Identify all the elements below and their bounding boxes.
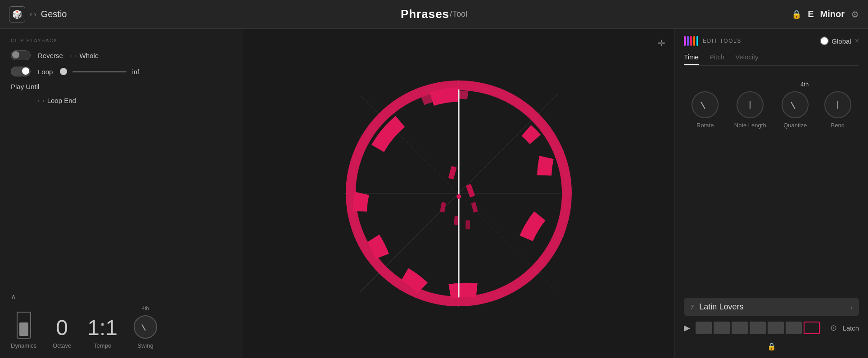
loop-end-stepper[interactable]: ‹ › Loop End [38, 97, 76, 104]
bend-knob-item: Bend [824, 88, 851, 129]
dynamics-visual[interactable] [17, 312, 31, 339]
rotate-indicator [701, 102, 705, 109]
slider-knob[interactable] [60, 68, 67, 75]
loop-slider[interactable]: inf [60, 68, 139, 76]
reverse-toggle[interactable] [11, 50, 31, 60]
tempo-label: Tempo [94, 342, 111, 349]
rotate-knob[interactable] [692, 91, 719, 118]
whole-stepper[interactable]: ‹ › Whole [70, 52, 99, 59]
preset-arrow-icon: › [850, 304, 853, 311]
loop-toggle[interactable] [11, 67, 31, 76]
note-length-label: Note Length [734, 122, 766, 129]
colorbar-icon [684, 36, 698, 46]
global-label: Global [832, 37, 851, 45]
step-block-7[interactable] [804, 322, 820, 334]
preset-name: Latin Lovers [699, 302, 850, 312]
octave-value[interactable]: 0 [56, 317, 68, 339]
rotate-label: Rotate [696, 122, 714, 129]
step-block-4[interactable] [750, 322, 766, 334]
edit-tools-header: EDIT TOOLS Global × [684, 36, 859, 46]
edit-tools-left: EDIT TOOLS [684, 36, 741, 46]
close-button[interactable]: × [855, 37, 859, 45]
app-icon: 🎲 [9, 6, 25, 22]
circle-wrapper [333, 67, 585, 319]
reverse-row: Reverse ‹ › Whole [11, 50, 232, 60]
phrase-circle-svg[interactable] [333, 67, 585, 319]
step-block-1[interactable] [696, 322, 712, 334]
playback-row: ▶ ⊙ Latch [684, 322, 859, 334]
colorbar-block-1 [684, 36, 686, 46]
svg-rect-23 [466, 184, 475, 197]
scale-label[interactable]: Minor [820, 9, 845, 19]
octave-item: 0 Octave [53, 317, 71, 349]
header-center: Phrases / Tool [401, 7, 467, 21]
quantize-indicator [791, 102, 796, 109]
arp-icon[interactable]: ⊙ [830, 323, 837, 333]
colorbar-block-3 [690, 36, 692, 46]
svg-rect-22 [448, 166, 457, 179]
note-length-knob[interactable] [737, 91, 764, 118]
reverse-label: Reverse [38, 52, 63, 59]
svg-rect-24 [440, 202, 446, 212]
lock-icon[interactable]: 🔒 [791, 9, 801, 19]
lock-bottom-icon[interactable]: 🔒 [684, 342, 859, 351]
clip-playback-label: CLIP PLAYBACK [11, 38, 232, 43]
tab-pitch[interactable]: Pitch [710, 53, 724, 65]
settings-icon[interactable]: ⚙ [851, 9, 859, 20]
header: 🎲 ‹ › Gestio Phrases / Tool 🔒 E Minor ⚙ [0, 0, 868, 29]
bottom-controls: ∧ Dynamics 0 Octave 1:1 Tempo [11, 288, 232, 349]
step-block-5[interactable] [768, 322, 784, 334]
center-visualization: ✛ [243, 29, 674, 358]
loop-end-prev[interactable]: ‹ [38, 97, 40, 104]
latch-button[interactable]: Latch [842, 324, 859, 332]
svg-point-29 [457, 194, 461, 199]
loop-end-row: ‹ › Loop End [11, 97, 232, 104]
octave-label: Octave [53, 342, 71, 349]
rotate-knob-item: Rotate [692, 88, 719, 129]
nav-arrows: ‹ › [30, 10, 36, 18]
edit-tools-right: Global × [820, 36, 859, 45]
loop-end-next[interactable]: › [42, 97, 44, 104]
preset-selector[interactable]: 7 Latin Lovers › [684, 298, 859, 316]
step-block-2[interactable] [714, 322, 730, 334]
bend-indicator [837, 101, 838, 109]
whole-next[interactable]: › [75, 52, 77, 59]
key-label[interactable]: E [808, 9, 814, 19]
slider-track [72, 71, 127, 72]
svg-rect-25 [471, 202, 478, 213]
edit-tools-label: EDIT TOOLS [703, 38, 741, 44]
whole-prev[interactable]: ‹ [70, 52, 72, 59]
nav-back-button[interactable]: ‹ [30, 10, 32, 18]
play-until-label: Play Until [11, 83, 39, 90]
dynamics-label: Dynamics [11, 342, 36, 349]
bend-label: Bend [831, 122, 845, 129]
note-length-knob-item: Note Length [734, 88, 766, 129]
global-toggle[interactable]: Global [820, 36, 851, 45]
svg-rect-27 [466, 220, 470, 229]
step-block-3[interactable] [732, 322, 748, 334]
swing-value-label: 4th [142, 305, 149, 311]
tempo-value[interactable]: 1:1 [87, 317, 118, 339]
main-content: CLIP PLAYBACK Reverse ‹ › Whole Loop inf [0, 29, 868, 358]
swing-label: Swing [137, 342, 153, 349]
whole-value: Whole [80, 52, 99, 59]
bottom-row: Dynamics 0 Octave 1:1 Tempo 4th [11, 305, 232, 349]
tab-time[interactable]: Time [684, 53, 699, 65]
tempo-item: 1:1 Tempo [87, 317, 118, 349]
quantize-label: Quantize [783, 122, 807, 129]
target-icon[interactable]: ✛ [658, 38, 665, 49]
chevron-up-icon[interactable]: ∧ [11, 292, 232, 301]
quantize-knob-item: 4th Quantize [782, 81, 809, 129]
step-block-6[interactable] [786, 322, 802, 334]
quantize-knob[interactable] [782, 91, 809, 118]
colorbar-block-5 [696, 36, 698, 46]
swing-dial[interactable] [134, 315, 157, 339]
right-panel: EDIT TOOLS Global × Time Pitch Velocity [674, 29, 868, 358]
bend-knob[interactable] [824, 91, 851, 118]
preset-row: 7 Latin Lovers › ▶ ⊙ Latch [684, 298, 859, 351]
header-right: 🔒 E Minor ⚙ [791, 9, 859, 20]
play-until-row: Play Until [11, 83, 232, 90]
tab-velocity[interactable]: Velocity [735, 53, 759, 65]
nav-forward-button[interactable]: › [34, 10, 36, 18]
play-button[interactable]: ▶ [684, 323, 690, 333]
